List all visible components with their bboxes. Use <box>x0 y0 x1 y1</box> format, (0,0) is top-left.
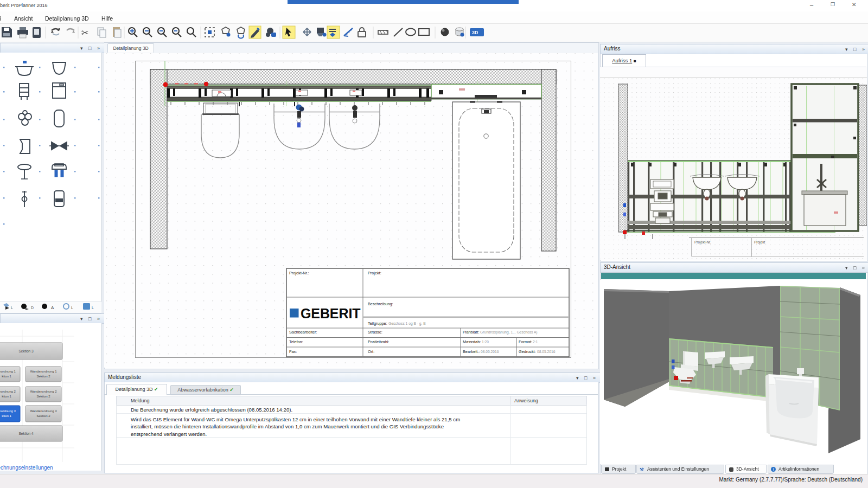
svg-text:rechnungseinstellungen: rechnungseinstellungen <box>0 465 53 471</box>
svg-text:Beschreibung:: Beschreibung: <box>368 301 393 306</box>
svg-text:Bearbeit.:: Bearbeit.: <box>463 349 480 354</box>
svg-text:Sektion 2: Sektion 2 <box>36 395 50 398</box>
svg-text:Sektion 4: Sektion 4 <box>18 432 33 435</box>
svg-text:A: A <box>51 305 54 310</box>
svg-text:anordnung 3: anordnung 3 <box>0 409 16 413</box>
svg-text:Projekt-Nr.: Projekt-Nr. <box>694 240 711 245</box>
svg-text:Geschoss 1 og B - g. B: Geschoss 1 og B - g. B <box>388 322 426 326</box>
svg-text:3D: 3D <box>472 30 478 35</box>
svg-text:Fax:: Fax: <box>289 349 297 354</box>
svg-text:Wandanordnung 1: Wandanordnung 1 <box>30 370 57 373</box>
svg-text:Massstab:: Massstab: <box>463 339 481 344</box>
svg-text:1:20: 1:20 <box>482 340 489 344</box>
svg-text:anordnung 1: anordnung 1 <box>0 370 16 373</box>
svg-text:Sektion 3: Sektion 3 <box>18 349 33 353</box>
svg-text:Planblatt:: Planblatt: <box>463 330 479 335</box>
svg-text:08.05.2016: 08.05.2016 <box>537 350 556 354</box>
svg-text:Strasse:: Strasse: <box>368 330 382 335</box>
svg-text:Ort:: Ort: <box>368 349 374 354</box>
svg-text:2:1: 2:1 <box>533 340 538 344</box>
svg-text:Projekt:: Projekt: <box>368 271 381 275</box>
svg-text:Wandanordnung 3: Wandanordnung 3 <box>30 409 57 413</box>
svg-text:L: L <box>11 306 13 310</box>
svg-text:Wandanordnung 2: Wandanordnung 2 <box>30 390 57 393</box>
svg-text:Projekt-Nr.:: Projekt-Nr.: <box>289 271 309 275</box>
svg-text:Postleitzahl:: Postleitzahl: <box>368 339 389 344</box>
svg-text:Projekt: Projekt <box>754 240 765 245</box>
svg-text:Sachbearbeiter:: Sachbearbeiter: <box>289 330 317 335</box>
svg-text:Gedruckt:: Gedruckt: <box>519 349 536 354</box>
svg-text:Format:: Format: <box>519 339 532 344</box>
svg-text:ktion 1: ktion 1 <box>2 375 11 378</box>
svg-text:D: D <box>31 306 34 310</box>
svg-text:anordnung 2: anordnung 2 <box>0 390 16 393</box>
svg-text:Grundrissplanung, 1... Geschos: Grundrissplanung, 1... Geschoss A) <box>480 330 538 335</box>
svg-text:L: L <box>92 306 94 310</box>
svg-text:Sektion 2: Sektion 2 <box>36 414 50 418</box>
svg-text:Sektion 2: Sektion 2 <box>36 375 50 378</box>
svg-text:Teilgruppe:: Teilgruppe: <box>368 321 387 326</box>
svg-text:L: L <box>71 306 73 310</box>
svg-text:Telefon:: Telefon: <box>289 339 303 344</box>
svg-text:08.05.2016: 08.05.2016 <box>481 350 499 354</box>
svg-text:ktion 1: ktion 1 <box>2 414 11 418</box>
svg-text:GEBERIT: GEBERIT <box>301 306 360 321</box>
svg-text:ktion 1: ktion 1 <box>2 395 11 398</box>
svg-text:✂: ✂ <box>81 28 88 37</box>
